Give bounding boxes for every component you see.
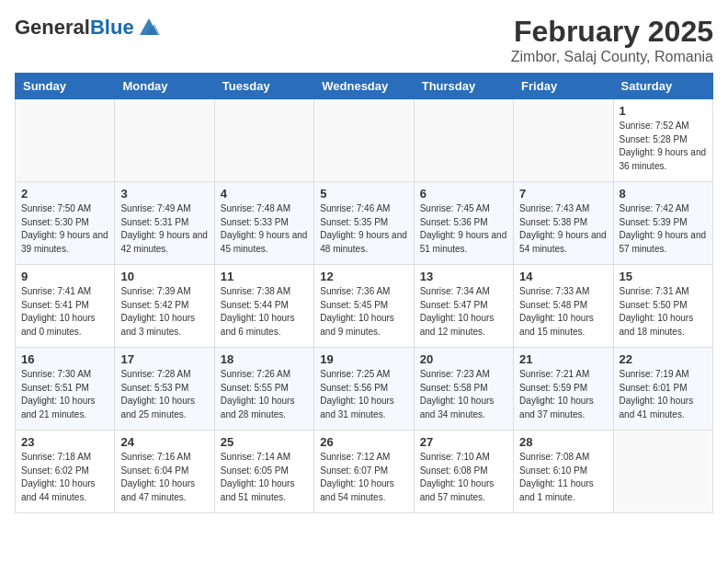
weekday-header-thursday: Thursday [414, 74, 513, 99]
day-info: Sunrise: 7:25 AM Sunset: 5:56 PM Dayligh… [320, 368, 407, 421]
day-info: Sunrise: 7:08 AM Sunset: 6:10 PM Dayligh… [519, 451, 607, 504]
calendar-cell: 15Sunrise: 7:31 AM Sunset: 5:50 PM Dayli… [613, 265, 712, 348]
calendar-cell: 17Sunrise: 7:28 AM Sunset: 5:53 PM Dayli… [115, 348, 214, 431]
day-number: 10 [120, 270, 208, 283]
day-number: 18 [221, 352, 308, 366]
day-number: 24 [120, 435, 208, 449]
day-number: 11 [221, 270, 308, 283]
logo-blue-text: Blue [90, 16, 134, 39]
weekday-header-row: SundayMondayTuesdayWednesdayThursdayFrid… [16, 74, 713, 99]
calendar-cell [414, 99, 513, 182]
day-number: 23 [21, 435, 108, 449]
day-info: Sunrise: 7:12 AM Sunset: 6:07 PM Dayligh… [320, 451, 407, 504]
calendar-cell: 12Sunrise: 7:36 AM Sunset: 5:45 PM Dayli… [314, 265, 414, 348]
day-number: 21 [519, 352, 607, 366]
day-info: Sunrise: 7:14 AM Sunset: 6:05 PM Dayligh… [221, 451, 308, 504]
day-number: 5 [320, 187, 407, 201]
calendar-cell: 16Sunrise: 7:30 AM Sunset: 5:51 PM Dayli… [16, 348, 115, 431]
calendar-cell: 23Sunrise: 7:18 AM Sunset: 6:02 PM Dayli… [16, 431, 115, 513]
day-number: 15 [620, 270, 707, 283]
day-number: 3 [120, 187, 208, 201]
day-number: 27 [420, 435, 507, 449]
calendar-cell [514, 99, 613, 182]
calendar-cell: 6Sunrise: 7:45 AM Sunset: 5:36 PM Daylig… [414, 182, 513, 265]
day-number: 7 [519, 187, 607, 201]
weekday-header-tuesday: Tuesday [214, 74, 313, 99]
day-number: 25 [221, 435, 308, 449]
weekday-header-wednesday: Wednesday [314, 74, 414, 99]
calendar-cell: 13Sunrise: 7:34 AM Sunset: 5:47 PM Dayli… [414, 265, 513, 348]
day-number: 4 [221, 187, 308, 201]
logo-icon [136, 15, 162, 40]
day-info: Sunrise: 7:26 AM Sunset: 5:55 PM Dayligh… [221, 368, 308, 421]
calendar-cell [16, 99, 115, 182]
day-number: 13 [420, 270, 507, 283]
calendar-cell: 28Sunrise: 7:08 AM Sunset: 6:10 PM Dayli… [514, 431, 613, 513]
page-header: GeneralBlue February 2025 Zimbor, Salaj … [15, 15, 713, 65]
day-info: Sunrise: 7:33 AM Sunset: 5:48 PM Dayligh… [519, 285, 607, 339]
calendar-cell: 2Sunrise: 7:50 AM Sunset: 5:30 PM Daylig… [16, 182, 115, 265]
calendar-cell: 22Sunrise: 7:19 AM Sunset: 6:01 PM Dayli… [613, 348, 712, 431]
day-info: Sunrise: 7:21 AM Sunset: 5:59 PM Dayligh… [519, 368, 607, 421]
day-info: Sunrise: 7:49 AM Sunset: 5:31 PM Dayligh… [120, 202, 208, 256]
week-row-1: 1Sunrise: 7:52 AM Sunset: 5:28 PM Daylig… [16, 99, 713, 182]
calendar-cell: 24Sunrise: 7:16 AM Sunset: 6:04 PM Dayli… [115, 431, 214, 513]
day-number: 17 [120, 352, 208, 366]
day-info: Sunrise: 7:18 AM Sunset: 6:02 PM Dayligh… [21, 451, 108, 504]
day-number: 1 [620, 104, 707, 118]
calendar-cell: 1Sunrise: 7:52 AM Sunset: 5:28 PM Daylig… [613, 99, 712, 182]
calendar-cell: 20Sunrise: 7:23 AM Sunset: 5:58 PM Dayli… [414, 348, 513, 431]
day-info: Sunrise: 7:31 AM Sunset: 5:50 PM Dayligh… [620, 285, 707, 339]
calendar-cell: 26Sunrise: 7:12 AM Sunset: 6:07 PM Dayli… [314, 431, 414, 513]
weekday-header-friday: Friday [514, 74, 613, 99]
day-info: Sunrise: 7:48 AM Sunset: 5:33 PM Dayligh… [221, 202, 308, 256]
calendar-cell [314, 99, 414, 182]
day-info: Sunrise: 7:23 AM Sunset: 5:58 PM Dayligh… [420, 368, 507, 421]
logo-general-text: General [15, 16, 90, 39]
weekday-header-saturday: Saturday [613, 74, 712, 99]
day-number: 22 [620, 352, 707, 366]
day-info: Sunrise: 7:46 AM Sunset: 5:35 PM Dayligh… [320, 202, 407, 256]
weekday-header-monday: Monday [115, 74, 214, 99]
day-info: Sunrise: 7:50 AM Sunset: 5:30 PM Dayligh… [21, 202, 108, 256]
calendar-cell [214, 99, 313, 182]
calendar-title: February 2025 [511, 15, 713, 49]
calendar-cell: 25Sunrise: 7:14 AM Sunset: 6:05 PM Dayli… [214, 431, 313, 513]
day-info: Sunrise: 7:43 AM Sunset: 5:38 PM Dayligh… [519, 202, 607, 256]
weekday-header-sunday: Sunday [16, 74, 115, 99]
calendar-cell: 14Sunrise: 7:33 AM Sunset: 5:48 PM Dayli… [514, 265, 613, 348]
calendar-cell [115, 99, 214, 182]
calendar-cell: 19Sunrise: 7:25 AM Sunset: 5:56 PM Dayli… [314, 348, 414, 431]
day-info: Sunrise: 7:42 AM Sunset: 5:39 PM Dayligh… [620, 202, 707, 256]
calendar-cell: 3Sunrise: 7:49 AM Sunset: 5:31 PM Daylig… [115, 182, 214, 265]
day-info: Sunrise: 7:28 AM Sunset: 5:53 PM Dayligh… [120, 368, 208, 421]
day-info: Sunrise: 7:19 AM Sunset: 6:01 PM Dayligh… [620, 368, 707, 421]
day-number: 20 [420, 352, 507, 366]
calendar-subtitle: Zimbor, Salaj County, Romania [511, 49, 713, 65]
logo: GeneralBlue [15, 15, 162, 40]
day-number: 19 [320, 352, 407, 366]
day-number: 9 [21, 270, 108, 283]
week-row-4: 16Sunrise: 7:30 AM Sunset: 5:51 PM Dayli… [16, 348, 713, 431]
calendar-cell: 8Sunrise: 7:42 AM Sunset: 5:39 PM Daylig… [613, 182, 712, 265]
calendar-cell: 9Sunrise: 7:41 AM Sunset: 5:41 PM Daylig… [16, 265, 115, 348]
calendar-table: SundayMondayTuesdayWednesdayThursdayFrid… [15, 73, 713, 513]
day-info: Sunrise: 7:10 AM Sunset: 6:08 PM Dayligh… [420, 451, 507, 504]
day-info: Sunrise: 7:30 AM Sunset: 5:51 PM Dayligh… [21, 368, 108, 421]
day-info: Sunrise: 7:16 AM Sunset: 6:04 PM Dayligh… [120, 451, 208, 504]
day-number: 8 [620, 187, 707, 201]
day-info: Sunrise: 7:36 AM Sunset: 5:45 PM Dayligh… [320, 285, 407, 339]
week-row-2: 2Sunrise: 7:50 AM Sunset: 5:30 PM Daylig… [16, 182, 713, 265]
day-number: 14 [519, 270, 607, 283]
calendar-cell: 5Sunrise: 7:46 AM Sunset: 5:35 PM Daylig… [314, 182, 414, 265]
calendar-cell [613, 431, 712, 513]
day-number: 2 [21, 187, 108, 201]
calendar-cell: 18Sunrise: 7:26 AM Sunset: 5:55 PM Dayli… [214, 348, 313, 431]
calendar-cell: 21Sunrise: 7:21 AM Sunset: 5:59 PM Dayli… [514, 348, 613, 431]
calendar-cell: 7Sunrise: 7:43 AM Sunset: 5:38 PM Daylig… [514, 182, 613, 265]
day-info: Sunrise: 7:41 AM Sunset: 5:41 PM Dayligh… [21, 285, 108, 339]
calendar-cell: 11Sunrise: 7:38 AM Sunset: 5:44 PM Dayli… [214, 265, 313, 348]
day-number: 28 [519, 435, 607, 449]
day-info: Sunrise: 7:45 AM Sunset: 5:36 PM Dayligh… [420, 202, 507, 256]
day-number: 16 [21, 352, 108, 366]
